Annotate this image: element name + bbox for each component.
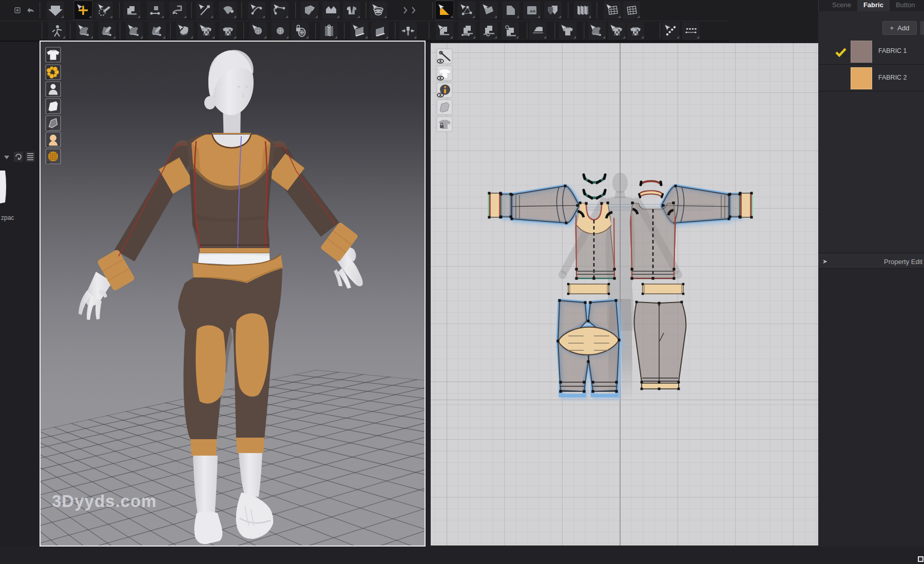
- svg-text:zpac: zpac: [1, 214, 14, 221]
